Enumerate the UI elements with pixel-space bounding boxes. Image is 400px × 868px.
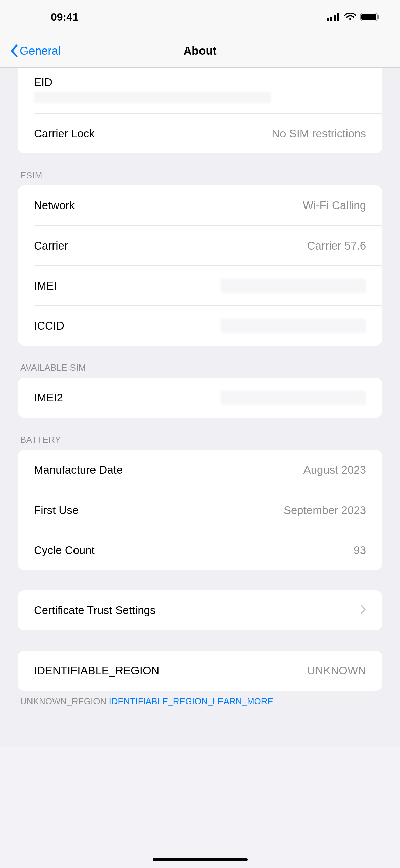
- svg-rect-0: [327, 18, 329, 21]
- imei2-row[interactable]: IMEI2: [18, 378, 382, 418]
- iccid-row[interactable]: ICCID: [34, 305, 382, 346]
- svg-rect-1: [330, 17, 332, 21]
- carrier-lock-label: Carrier Lock: [34, 127, 95, 140]
- network-row[interactable]: Network Wi-Fi Calling: [18, 185, 382, 225]
- region-row[interactable]: IDENTIFIABLE_REGION UNKNOWN: [18, 651, 382, 691]
- available-sim-header: AVAILABLE SIM: [0, 346, 400, 378]
- status-icons: [327, 13, 380, 21]
- status-bar: 09:41: [0, 0, 400, 34]
- region-group: IDENTIFIABLE_REGION UNKNOWN: [18, 651, 382, 691]
- esim-group: Network Wi-Fi Calling Carrier Carrier 57…: [18, 185, 382, 346]
- eid-value-redacted: [34, 92, 271, 103]
- eid-row[interactable]: EID: [18, 68, 382, 113]
- content: EID Carrier Lock No SIM restrictions ESI…: [0, 68, 400, 747]
- battery-group: Manufacture Date August 2023 First Use S…: [18, 450, 382, 570]
- imei2-value-redacted: [220, 391, 366, 405]
- first-use-value: September 2023: [283, 504, 366, 517]
- certificate-group: Certificate Trust Settings: [18, 590, 382, 630]
- imei-label: IMEI: [34, 279, 57, 292]
- cellular-icon: [327, 13, 340, 21]
- home-indicator[interactable]: [153, 858, 248, 861]
- imei2-label: IMEI2: [34, 391, 63, 404]
- nav-bar: General About: [0, 34, 400, 68]
- svg-rect-6: [378, 15, 379, 19]
- cycle-count-row[interactable]: Cycle Count 93: [34, 530, 382, 570]
- carrier-lock-row[interactable]: Carrier Lock No SIM restrictions: [34, 113, 382, 153]
- cycle-count-value: 93: [354, 544, 366, 557]
- iccid-label: ICCID: [34, 319, 64, 332]
- carrier-value: Carrier 57.6: [307, 239, 366, 252]
- manufacture-date-label: Manufacture Date: [34, 463, 123, 476]
- first-use-label: First Use: [34, 504, 79, 517]
- region-label: IDENTIFIABLE_REGION: [34, 664, 159, 677]
- manufacture-date-value: August 2023: [303, 463, 366, 476]
- imei-value-redacted: [220, 279, 366, 293]
- certificate-trust-row[interactable]: Certificate Trust Settings: [18, 590, 382, 630]
- manufacture-date-row[interactable]: Manufacture Date August 2023: [18, 450, 382, 490]
- battery-header: BATTERY: [0, 418, 400, 450]
- svg-rect-5: [361, 14, 376, 20]
- carrier-row[interactable]: Carrier Carrier 57.6: [34, 225, 382, 265]
- certificate-trust-label: Certificate Trust Settings: [34, 604, 155, 617]
- status-time: 09:41: [51, 11, 79, 23]
- available-sim-group: IMEI2: [18, 378, 382, 418]
- battery-icon: [360, 13, 380, 21]
- eid-label: EID: [34, 76, 52, 89]
- region-value: UNKNOWN: [307, 664, 366, 677]
- back-label: General: [20, 44, 61, 57]
- region-footer: UNKNOWN_REGION IDENTIFIABLE_REGION_LEARN…: [0, 691, 400, 707]
- about-group: EID Carrier Lock No SIM restrictions: [18, 68, 382, 153]
- chevron-left-icon: [10, 44, 18, 57]
- wifi-icon: [344, 13, 356, 21]
- chevron-right-icon: [361, 604, 366, 617]
- cycle-count-label: Cycle Count: [34, 544, 95, 557]
- region-footer-prefix: UNKNOWN_REGION: [20, 696, 109, 706]
- carrier-label: Carrier: [34, 239, 68, 252]
- network-label: Network: [34, 199, 75, 212]
- svg-rect-3: [337, 13, 339, 21]
- network-value: Wi-Fi Calling: [303, 199, 366, 212]
- back-button[interactable]: General: [0, 44, 61, 57]
- iccid-value-redacted: [220, 319, 366, 333]
- esim-header: ESIM: [0, 153, 400, 185]
- region-learn-more-link[interactable]: IDENTIFIABLE_REGION_LEARN_MORE: [109, 696, 273, 706]
- svg-rect-2: [334, 15, 336, 21]
- imei-row[interactable]: IMEI: [34, 265, 382, 305]
- carrier-lock-value: No SIM restrictions: [272, 127, 366, 140]
- first-use-row[interactable]: First Use September 2023: [34, 490, 382, 530]
